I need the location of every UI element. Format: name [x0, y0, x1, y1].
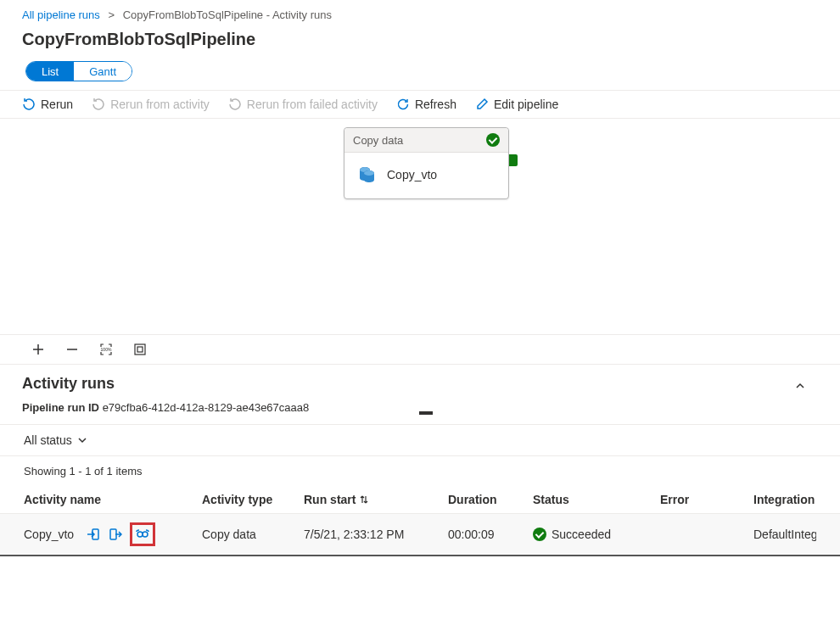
- activity-card-body: Copy_vto: [344, 153, 508, 198]
- rerun-from-failed-button: Rerun from failed activity: [228, 98, 378, 111]
- breadcrumb-root-link[interactable]: All pipeline runs: [22, 8, 100, 21]
- input-details-button[interactable]: [86, 527, 101, 542]
- row-duration: 00:00:09: [448, 528, 533, 541]
- rerun-from-failed-icon: [228, 98, 242, 111]
- activity-success-connector: [509, 154, 518, 166]
- run-id-value: e79cfba6-412d-412a-8129-ae43e67caaa8: [103, 401, 310, 414]
- table-row[interactable]: Copy_vto Copy data 7/5/21, 2:3: [0, 514, 840, 556]
- breadcrumb-current: CopyFromBlobToSqlPipeline - Activity run…: [123, 8, 332, 21]
- collapse-section-button[interactable]: [794, 380, 806, 394]
- col-header-duration[interactable]: Duration: [448, 493, 533, 506]
- canvas-toolbar: 100%: [0, 334, 840, 364]
- breadcrumb: All pipeline runs > CopyFromBlobToSqlPip…: [0, 0, 840, 25]
- rerun-from-activity-label: Rerun from activity: [110, 98, 210, 111]
- edit-pipeline-label: Edit pipeline: [494, 98, 558, 111]
- svg-rect-6: [137, 347, 143, 352]
- rerun-icon: [22, 98, 36, 111]
- status-filter[interactable]: All status: [0, 424, 840, 456]
- col-header-error[interactable]: Error: [660, 493, 753, 506]
- row-integration-runtime: DefaultIntegrationRuntime (East: [753, 528, 816, 541]
- view-toggle: List Gantt: [25, 61, 132, 81]
- pipeline-run-id-line: Pipeline run ID e79cfba6-412d-412a-8129-…: [22, 401, 818, 414]
- svg-point-9: [137, 532, 143, 537]
- activity-card-header: Copy data: [344, 128, 508, 153]
- refresh-label: Refresh: [415, 98, 456, 111]
- svg-text:100%: 100%: [101, 347, 112, 352]
- output-details-button[interactable]: [108, 527, 123, 542]
- svg-point-10: [143, 532, 148, 537]
- rerun-from-activity-icon: [92, 98, 105, 111]
- pipeline-canvas[interactable]: Copy data Copy_vto 100%: [0, 119, 840, 365]
- row-run-start: 7/5/21, 2:33:12 PM: [304, 528, 448, 541]
- zoom-reset-button[interactable]: 100%: [98, 342, 114, 357]
- showing-count: Showing 1 - 1 of 1 items: [0, 456, 840, 486]
- toolbar: Rerun Rerun from activity Rerun from fai…: [0, 90, 840, 119]
- zoom-out-button[interactable]: [64, 342, 80, 357]
- col-header-start[interactable]: Run start: [304, 493, 448, 506]
- rerun-label: Rerun: [41, 98, 73, 111]
- run-details-button[interactable]: [135, 527, 150, 542]
- sort-icon: [359, 494, 369, 505]
- svg-point-3: [364, 170, 374, 176]
- activity-card-type: Copy data: [353, 134, 403, 147]
- refresh-icon: [396, 98, 410, 111]
- zoom-fit-button[interactable]: [132, 342, 148, 357]
- edit-icon: [475, 98, 489, 111]
- details-button-highlight: [130, 522, 155, 546]
- row-status: Succeeded: [552, 528, 611, 541]
- status-success-icon: [533, 528, 546, 541]
- svg-rect-5: [135, 344, 145, 355]
- rerun-from-activity-button: Rerun from activity: [92, 98, 210, 111]
- status-filter-label: All status: [24, 433, 72, 447]
- activity-runs-section: Activity runs Pipeline run ID e79cfba6-4…: [0, 365, 840, 561]
- tab-gantt[interactable]: Gantt: [74, 62, 132, 81]
- activity-runs-grid: Activity name Activity type Run start Du…: [22, 486, 818, 556]
- row-activity-type: Copy data: [202, 528, 304, 541]
- tab-list[interactable]: List: [26, 62, 74, 81]
- grid-header: Activity name Activity type Run start Du…: [0, 486, 840, 514]
- run-id-label: Pipeline run ID: [22, 401, 99, 414]
- chevron-down-icon: [77, 435, 87, 445]
- activity-runs-title: Activity runs: [22, 375, 818, 393]
- col-header-status[interactable]: Status: [533, 493, 660, 506]
- success-check-icon: [486, 133, 500, 147]
- svg-rect-8: [110, 529, 116, 539]
- rerun-from-failed-label: Rerun from failed activity: [247, 98, 378, 111]
- zoom-in-button[interactable]: [31, 342, 46, 357]
- page-title: CopyFromBlobToSqlPipeline: [0, 25, 840, 61]
- refresh-button[interactable]: Refresh: [396, 98, 456, 111]
- row-activity-name: Copy_vto: [24, 528, 74, 541]
- copy-data-icon: [356, 165, 377, 185]
- activity-card[interactable]: Copy data Copy_vto: [344, 127, 509, 199]
- col-header-name[interactable]: Activity name: [24, 493, 202, 506]
- col-header-ir[interactable]: Integration runtime: [753, 493, 816, 506]
- activity-card-name: Copy_vto: [387, 168, 437, 181]
- col-header-type[interactable]: Activity type: [202, 493, 304, 506]
- rerun-button[interactable]: Rerun: [22, 98, 73, 111]
- breadcrumb-separator: >: [108, 8, 115, 21]
- edit-pipeline-button[interactable]: Edit pipeline: [475, 98, 558, 111]
